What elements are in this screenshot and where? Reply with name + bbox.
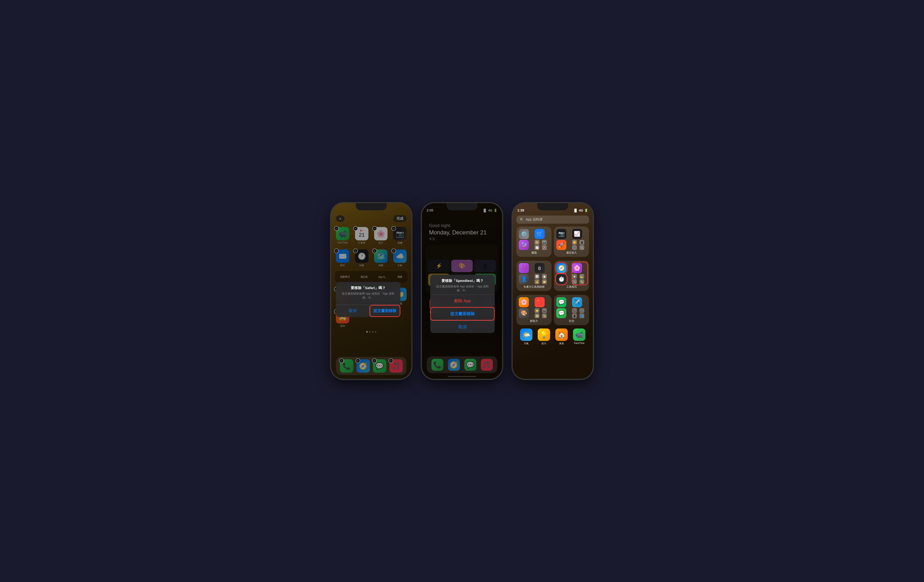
facetime-lib-icon: 📹 xyxy=(573,328,586,341)
screen-2: 2:05 ▐▌ 4G 🔋 Good night. Monday, Decembe… xyxy=(422,203,502,379)
settings-icon-small: ⚙️ xyxy=(519,229,529,239)
safari-util-icon: 🧭 xyxy=(556,263,566,273)
tips-lib-label: 提示 xyxy=(541,342,546,345)
small-creativity-icons: ⭐ 🎬 🖼️ ✏️ xyxy=(535,308,549,318)
line-social-icon: 💬 xyxy=(556,297,566,307)
app-library-search[interactable]: 🔍 App 資料庫 xyxy=(516,216,589,224)
sm-creativity-3: 🖼️ xyxy=(535,313,540,318)
sm-recent-2: 📱 xyxy=(579,240,584,245)
sm-icon-4: 🚀 xyxy=(542,245,547,250)
battery-icon-3: 🔋 xyxy=(584,209,588,212)
folder-social[interactable]: 💬 ✈️ 💬 📞 📹 📱 👥 社交 xyxy=(554,295,589,325)
bottom-row-apps: 🌤️ 天氣 💡 提示 🏠 家庭 📹 FaceTime xyxy=(513,326,593,346)
sm-prod-3: 💰 xyxy=(535,279,540,284)
small-icons-grid: 🎨 📷 📈 🚀 xyxy=(535,240,549,250)
app-weather-lib[interactable]: 🌤️ 天氣 xyxy=(520,328,533,345)
sm-social-2: 📹 xyxy=(579,308,584,313)
notch-2 xyxy=(447,203,477,210)
phone3-background: 1:39 ▐▌ 4G 🔋 🔍 App 資料庫 ⚙️ xyxy=(513,203,593,379)
telegram-social-icon: ✈️ xyxy=(572,297,582,307)
sm-social-4: 👥 xyxy=(579,313,584,318)
sm-recent-4: 🔧 xyxy=(579,245,584,250)
sm-prod-1: 📊 xyxy=(535,274,540,279)
productivity-label: 生產力工具與財經 xyxy=(519,285,549,289)
shortcuts-prod-icon: 💜 xyxy=(519,263,529,273)
notch-1 xyxy=(356,203,387,210)
phone-collection: + 完成 📹 FaceTime 週一 21 xyxy=(331,203,593,379)
sm-icon-1: 🎨 xyxy=(535,240,540,245)
signal-icon-3: ▐▌ xyxy=(573,209,578,212)
app-tips-lib[interactable]: 💡 提示 xyxy=(538,328,550,345)
phone1-background: + 完成 📹 FaceTime 週一 21 xyxy=(331,203,411,379)
suggestions-label: 建議 xyxy=(519,251,549,254)
dialog-desc: 從主畫面移除會將 App 保留於「App 資料庫」中。 xyxy=(340,292,397,300)
dialog-buttons-3: 刪除 App 從主畫面移除 取消 xyxy=(430,295,495,333)
photos-creativity-icon: 🌸 xyxy=(519,297,529,307)
speedtest-recent-icon: 🚀 xyxy=(556,240,566,250)
library-row-3: 🌸 🔴 🎨 ⭐ 🎬 🖼️ ✏️ 創造力 xyxy=(513,294,593,326)
app-facetime-lib[interactable]: 📹 FaceTime xyxy=(573,328,586,345)
camera-recent-icon: 📷 xyxy=(556,229,566,239)
home-lib-label: 家庭 xyxy=(559,342,564,345)
recent-label: 最近加入 xyxy=(556,251,587,254)
record-creativity-icon: 🔴 xyxy=(535,297,544,307)
app-home-lib[interactable]: 🏠 家庭 xyxy=(555,328,568,345)
stocks-recent-icon: 📈 xyxy=(572,229,582,239)
messages-social-icon: 💬 xyxy=(556,308,566,318)
utilities-highlight-box xyxy=(572,262,588,285)
creativity-icon-3: 🎨 xyxy=(519,308,529,318)
folder-recent[interactable]: 📷 📈 🚀 ▶️ 📱 🎮 🔧 最近加入 xyxy=(554,226,589,257)
notch-3 xyxy=(537,203,568,210)
tips-lib-icon: 💡 xyxy=(538,328,550,341)
status-icons-3: ▐▌ 4G 🔋 xyxy=(573,209,588,212)
appstore-icon-small: 🛒 xyxy=(535,229,544,239)
delete-app-button[interactable]: 刪除 App xyxy=(430,295,495,307)
sm-social-1: 📞 xyxy=(572,308,577,313)
dialog-title-2: 要移除「Speedtest」嗎？ xyxy=(434,279,491,283)
screen-3: 1:39 ▐▌ 4G 🔋 🔍 App 資料庫 ⚙️ xyxy=(513,203,593,379)
small-prod-icons: 📊 📋 💰 📁 xyxy=(535,274,549,284)
library-row-2: 💜 {} 👤 📊 📋 💰 📁 生產力工具與財經 xyxy=(513,260,593,292)
dialog-remove-button[interactable]: 從主畫面移除 xyxy=(370,305,400,316)
creativity-label: 創造力 xyxy=(519,319,549,323)
dialog-cancel-button[interactable]: 取消 xyxy=(336,305,370,317)
time-display-3: 1:39 xyxy=(517,208,524,212)
sm-creativity-4: ✏️ xyxy=(542,313,547,318)
dialog-content: 要移除「Safari」嗎？ 從主畫面移除會將 App 保留於「App 資料庫」中… xyxy=(336,282,400,302)
weather-lib-icon: 🌤️ xyxy=(520,328,533,341)
scriptable-prod-icon: {} xyxy=(535,263,544,273)
network-label-3: 4G xyxy=(579,209,583,212)
folder-productivity-grid: 💜 {} 👤 📊 📋 💰 📁 xyxy=(519,263,549,284)
search-icon: 🔍 xyxy=(520,218,524,221)
folder-creativity-grid: 🌸 🔴 🎨 ⭐ 🎬 🖼️ ✏️ xyxy=(519,297,549,318)
dialog-cancel-button-2[interactable]: 取消 xyxy=(430,321,495,333)
folder-social-grid: 💬 ✈️ 💬 📞 📹 📱 👥 xyxy=(556,297,587,318)
speedtest-util-icon: ⏱️ xyxy=(556,274,566,284)
remove-from-homescreen-button[interactable]: 從主畫面移除 xyxy=(431,308,494,320)
speedtest-remove-dialog: 要移除「Speedtest」嗎？ 從主畫面移除會將 App 保留於「App 資料… xyxy=(430,275,495,333)
sm-prod-2: 📋 xyxy=(542,274,547,279)
folder-utilities[interactable]: 🧭 🌸 ⏱️ 🔲 📐 🔧 📏 工具程式 xyxy=(554,260,589,291)
iphone-1: + 完成 📹 FaceTime 週一 21 xyxy=(331,203,412,379)
social-label: 社交 xyxy=(556,319,587,323)
facetime-lib-label: FaceTime xyxy=(574,342,584,345)
folder-suggestions[interactable]: ⚙️ 🛒 🔮 🎨 📷 📈 🚀 建議 xyxy=(516,226,551,257)
screen-1: + 完成 📹 FaceTime 週一 21 xyxy=(331,203,411,379)
search-label: App 資料庫 xyxy=(526,218,543,222)
dialog-buttons: 取消 從主畫面移除 xyxy=(336,305,400,317)
utilities-label: 工具程式 xyxy=(556,285,587,289)
folder-creativity[interactable]: 🌸 🔴 🎨 ⭐ 🎬 🖼️ ✏️ 創造力 xyxy=(516,295,551,325)
small-social-icons: 📞 📹 📱 👥 xyxy=(572,308,587,318)
sm-creativity-2: 🎬 xyxy=(542,308,547,313)
contacts-prod-icon: 👤 xyxy=(519,274,529,284)
safari-remove-dialog: 要移除「Safari」嗎？ 從主畫面移除會將 App 保留於「App 資料庫」中… xyxy=(336,282,400,317)
dialog-content-2: 要移除「Speedtest」嗎？ 從主畫面移除會將 App 保留於「App 資料… xyxy=(430,275,495,295)
folder-productivity[interactable]: 💜 {} 👤 📊 📋 💰 📁 生產力工具與財經 xyxy=(516,260,551,291)
remove-button-highlight-2: 從主畫面移除 xyxy=(430,307,495,321)
library-row-1: ⚙️ 🛒 🔮 🎨 📷 📈 🚀 建議 xyxy=(513,226,593,258)
sm-icon-3: 📈 xyxy=(535,245,540,250)
sm-creativity-1: ⭐ xyxy=(535,308,540,313)
folder-suggestions-grid: ⚙️ 🛒 🔮 🎨 📷 📈 🚀 xyxy=(519,229,549,250)
siri-icon-small: 🔮 xyxy=(519,240,529,250)
dialog-title: 要移除「Safari」嗎？ xyxy=(340,286,397,290)
